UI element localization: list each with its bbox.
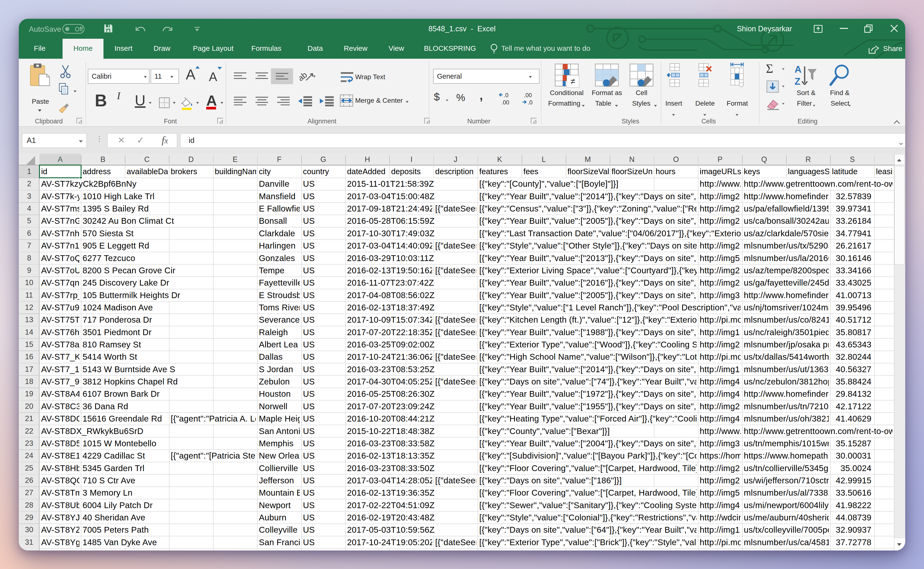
svg-text:.00: .00: [501, 99, 509, 106]
svg-text:.0: .0: [504, 92, 508, 98]
svg-text:Z: Z: [795, 76, 800, 87]
svg-text:A: A: [795, 64, 802, 75]
svg-text:.0: .0: [528, 99, 533, 106]
svg-text:ab: ab: [299, 70, 309, 82]
svg-text:.00: .00: [524, 92, 532, 98]
